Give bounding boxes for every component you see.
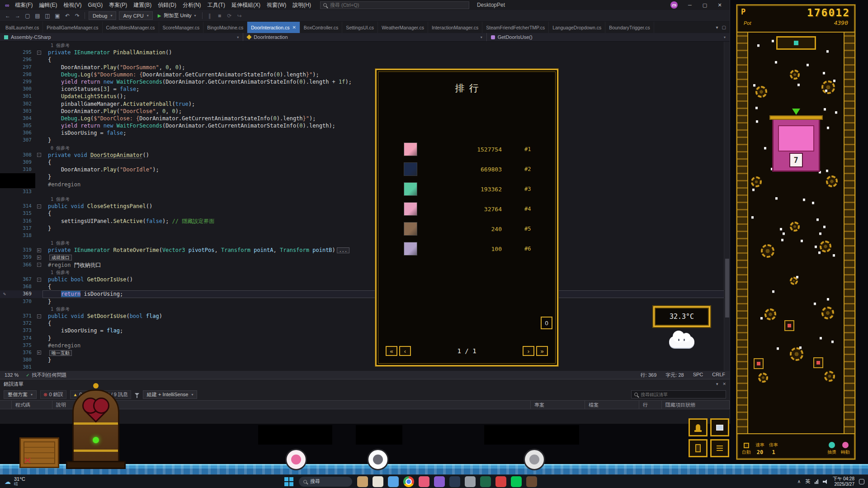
tab-steamfriendfetchertmp-cs[interactable]: SteamFriendFetcherTMP.cs [482,22,549,33]
stop-icon[interactable]: ■ [215,13,225,19]
column-header-2[interactable]: 專案 [531,401,585,409]
menu-item[interactable]: 建置(B) [130,0,155,10]
taskbar-app-icon-10[interactable] [511,476,522,487]
control-轉動[interactable]: 轉動 [841,442,850,455]
column-header-4[interactable]: 行 [639,401,662,409]
platform-dropdown[interactable]: Any CPU ▾ [119,11,152,20]
breadcrumb-project[interactable]: Assembly-CSharp ▾ [0,33,243,41]
menu-item[interactable]: 專案(P) [106,0,130,10]
character-avatar-2[interactable] [367,449,389,470]
chevron-up-icon[interactable]: ∧ [797,479,801,484]
scope-dropdown[interactable]: 整個方案 ▾ [4,390,37,399]
taskbar-search[interactable]: 搜尋 [299,477,352,487]
taskbar-app-icon-3[interactable] [403,476,414,487]
taskbar-clock[interactable]: 下午 04:28 2025/3/27 [833,476,854,487]
fold-marker-icon[interactable]: - [37,263,41,267]
tab-languagedropdown-cs[interactable]: LanguageDropdown.cs [549,22,605,33]
fold-marker-icon[interactable]: - [37,314,41,318]
notification-icon[interactable] [859,479,864,484]
redo-icon[interactable]: ↷ [72,13,82,19]
fold-marker-icon[interactable]: + [37,248,41,252]
menu-item[interactable]: 延伸模組(X) [228,0,264,10]
tab-settingsui-cs[interactable]: SettingsUI.cs [342,22,378,33]
cursor-column[interactable]: 字元: 28 [665,372,684,379]
control-速率[interactable]: 速率20 [755,442,764,455]
tab-bingomachine-cs[interactable]: BingoMachine.cs [203,22,247,33]
save-icon[interactable]: ◫ [42,13,52,19]
tab-collectiblesmanager-cs[interactable]: CollectiblesManager.cs [103,22,159,33]
fold-marker-icon[interactable]: + [37,256,41,260]
taskbar-app-icon-5[interactable] [434,476,445,487]
menu-item[interactable]: Git(G) [85,1,106,9]
menu-item[interactable]: 編輯(E) [36,0,61,10]
menu-item[interactable]: 檔案(F) [12,0,36,10]
control-抽獎[interactable]: 抽獎 [827,442,836,455]
source-dropdown[interactable]: 組建 + IntelliSense ▾ [143,390,197,399]
codelens-references[interactable]: 1 個參考 [48,307,70,312]
codelens-references[interactable]: 1 個參考 [48,43,70,48]
fold-marker-icon[interactable]: - [37,153,41,157]
zoom-level[interactable]: 132 % [5,372,19,378]
taskbar-app-icon-6[interactable] [449,476,460,487]
breadcrumb-type[interactable]: DoorInteraction ▾ [243,33,486,41]
side-button-scroll[interactable] [710,439,729,457]
taskbar-app-icon-2[interactable] [388,476,399,487]
maximize-button[interactable]: ▢ [698,1,712,9]
error-search-input[interactable] [641,392,723,397]
taskbar-app-icon-11[interactable] [526,476,537,487]
temperature-widget[interactable]: 32.3°C [653,306,710,327]
column-header-5[interactable]: 隱藏項目狀態 [662,401,730,409]
side-button-statue[interactable] [689,418,708,436]
scrollbar-thumb[interactable] [725,259,729,317]
column-header-0[interactable]: 程式碼 [12,401,52,409]
codelens-references[interactable]: 0 個參考 [48,146,70,151]
cursor-line[interactable]: 行: 369 [641,372,656,379]
wooden-crate-pet[interactable] [19,437,59,468]
account-avatar[interactable]: ZS [670,1,678,9]
clock-tower-pet[interactable] [55,382,137,469]
tab-scoremanager-cs[interactable]: ScoreManager.cs [159,22,204,33]
minimize-button[interactable]: ─ [683,1,697,9]
last-page-button[interactable]: » [536,346,548,356]
side-button-door[interactable] [689,439,708,457]
control-倍率[interactable]: 倍率1 [769,442,778,455]
tab-interactionmanager-cs[interactable]: InteractionManager.cs [428,22,482,33]
taskbar-app-icon-8[interactable] [480,476,491,487]
quick-search[interactable] [320,1,469,9]
forward-icon[interactable]: → [13,13,23,19]
save-all-icon[interactable]: ▣ [52,13,62,19]
menu-item[interactable]: 說明(H) [289,0,314,10]
open-file-icon[interactable]: ▤ [33,13,42,19]
taskbar-app-icon-4[interactable] [419,476,429,487]
taskbar-app-icon-9[interactable] [495,476,506,487]
breadcrumb-member[interactable]: GetDoorIsUse() ▾ [487,33,730,41]
config-dropdown[interactable]: Debug ▾ [89,11,116,20]
line-ending[interactable]: CRLF [712,372,725,379]
next-page-button[interactable]: › [523,346,534,356]
ime-indicator[interactable]: 英 [805,478,810,485]
restart-icon[interactable]: ⟳ [225,13,235,19]
editor-scrollbar[interactable] [724,42,730,371]
menu-item[interactable]: 分析(N) [179,0,204,10]
tab-doorinteraction-cs[interactable]: DoorInteraction.cs✕ [247,22,300,33]
slot-machine[interactable]: 7 [772,118,820,172]
menu-item[interactable]: 偵錯(D) [155,0,179,10]
cloud-pet[interactable] [667,331,696,351]
network-icon[interactable] [815,479,818,484]
tab-overflow-icon-0[interactable]: ▾ [716,25,718,30]
codelens-references[interactable]: 1 個參考 [48,241,70,246]
tab-overflow-icon-1[interactable]: ▢ [722,25,726,30]
pause-icon[interactable]: ∥ [205,13,215,19]
tab-boxcontroller-cs[interactable]: BoxController.cs [300,22,342,33]
indent-mode[interactable]: SPC [693,372,703,379]
column-header-3[interactable]: 檔案 [585,401,639,409]
menu-item[interactable]: 視窗(W) [264,0,289,10]
fold-marker-icon[interactable]: - [37,278,41,282]
taskbar-app-icon-0[interactable] [357,476,368,487]
volume-icon[interactable] [823,479,828,484]
fold-marker-icon[interactable]: - [37,51,41,55]
panel-close-icon[interactable]: ✕ [722,382,726,386]
menu-item[interactable]: 檢視(V) [61,0,85,10]
panel-position-icon[interactable]: ▾ [716,382,718,386]
character-avatar-1[interactable] [285,449,307,470]
